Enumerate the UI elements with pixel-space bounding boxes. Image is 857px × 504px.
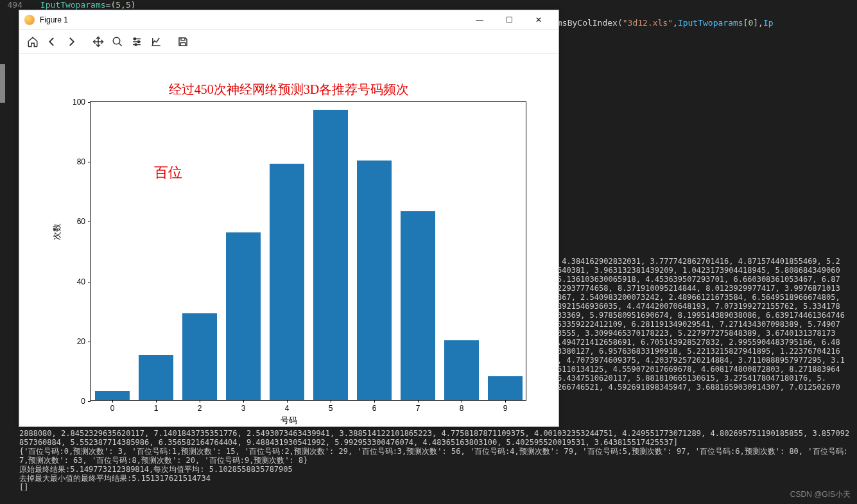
- window-titlebar[interactable]: Figure 1 — ☐ ✕: [19, 10, 558, 30]
- y-axis-label: 次数: [51, 223, 63, 240]
- bar: [270, 164, 304, 400]
- home-button[interactable]: [24, 33, 41, 50]
- svg-point-1: [134, 38, 136, 40]
- maximize-button[interactable]: ☐: [494, 10, 524, 30]
- close-button[interactable]: ✕: [524, 10, 553, 30]
- bar: [488, 376, 522, 400]
- bar: [95, 391, 129, 400]
- zoom-button[interactable]: [109, 33, 126, 50]
- svg-point-3: [135, 44, 137, 46]
- console-output-side: 4.384162902832031, 3.777742862701416, 4.…: [557, 257, 857, 392]
- watermark: CSDN @GIS小天: [790, 489, 851, 500]
- editor-overflow-line: msByColIndex("3d12.xls",IputTwoparams[0]…: [557, 18, 857, 28]
- svg-point-0: [113, 37, 120, 44]
- edit-axes-button[interactable]: [148, 33, 164, 50]
- console-output-bottom: 2888080, 2.8452329635620117, 7.140184373…: [19, 429, 851, 492]
- editor-line: 494 IputTwoparams=(5,5): [0, 0, 857, 10]
- bar: [182, 313, 216, 400]
- x-axis-label: 号码: [19, 415, 558, 426]
- bar: [357, 161, 391, 400]
- minimize-button[interactable]: —: [465, 10, 494, 30]
- bar: [226, 232, 260, 400]
- chart-axes: 0204060801000123456789: [90, 101, 526, 401]
- bar: [139, 355, 173, 400]
- bar: [313, 110, 347, 400]
- bar: [401, 211, 435, 400]
- save-button[interactable]: [175, 33, 191, 50]
- editor-gutter-mark: [0, 64, 5, 103]
- figure-toolbar: [19, 30, 558, 54]
- configure-button[interactable]: [128, 33, 145, 50]
- svg-point-2: [138, 40, 140, 42]
- chart-title: 经过450次神经网络预测3D各推荐号码频次: [19, 81, 558, 98]
- bar: [444, 340, 478, 400]
- figure-window: Figure 1 — ☐ ✕: [19, 10, 559, 427]
- pan-button[interactable]: [90, 33, 107, 50]
- back-button[interactable]: [44, 33, 60, 50]
- line-number: 494: [0, 0, 35, 10]
- forward-button[interactable]: [63, 33, 80, 50]
- app-icon: [24, 15, 35, 25]
- window-title: Figure 1: [40, 15, 465, 24]
- plot-canvas[interactable]: 经过450次神经网络预测3D各推荐号码频次 百位 次数 号码 020406080…: [19, 54, 558, 426]
